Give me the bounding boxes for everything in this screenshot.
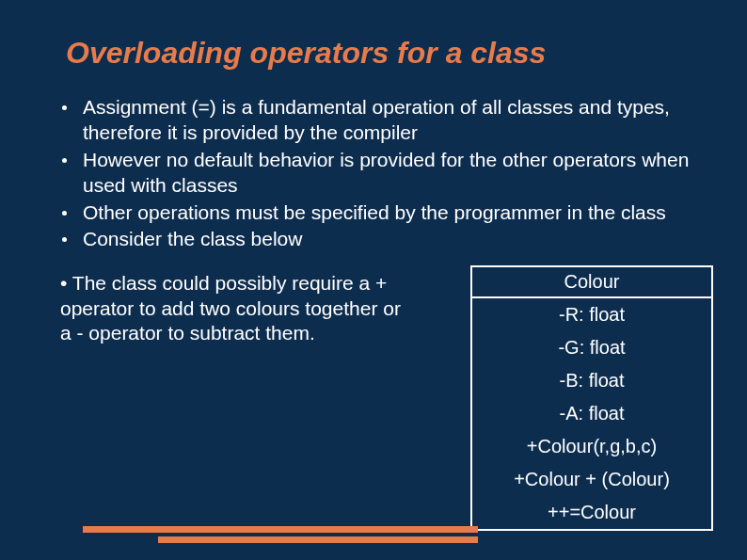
uml-row: +Colour + (Colour) xyxy=(472,463,711,496)
uml-row: -R: float xyxy=(472,298,711,331)
uml-row: -A: float xyxy=(472,397,711,430)
bullet-item: Assignment (=) is a fundamental operatio… xyxy=(56,95,724,146)
uml-row: -B: float xyxy=(472,364,711,397)
paragraph: • The class could possibly require a + o… xyxy=(56,271,414,345)
decorative-line xyxy=(158,536,478,543)
bullet-item: However no default behavior is provided … xyxy=(56,148,724,199)
uml-class-name: Colour xyxy=(470,265,713,298)
bullet-list: Assignment (=) is a fundamental operatio… xyxy=(56,95,724,252)
slide-title: Overloading operators for a class xyxy=(56,36,728,71)
uml-row: +Colour(r,g,b,c) xyxy=(472,430,711,463)
uml-row: ++=Colour xyxy=(472,496,711,529)
decorative-line xyxy=(83,526,478,533)
slide: Overloading operators for a class Assign… xyxy=(0,0,747,560)
uml-row: -G: float xyxy=(472,331,711,364)
bullet-item: Other operations must be specified by th… xyxy=(56,200,724,226)
uml-class-body: -R: float -G: float -B: float -A: float … xyxy=(470,298,713,531)
bullet-item: Consider the class below xyxy=(56,227,724,252)
uml-class-box: Colour -R: float -G: float -B: float -A:… xyxy=(470,265,713,531)
decorative-lines xyxy=(83,526,478,543)
